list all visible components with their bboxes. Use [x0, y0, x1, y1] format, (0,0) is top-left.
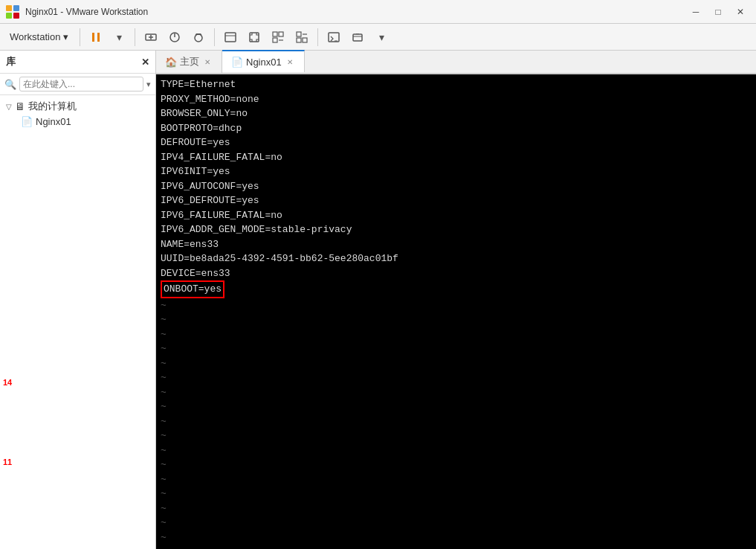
svg-rect-13 [273, 38, 277, 42]
svg-point-8 [195, 34, 202, 42]
svg-rect-4 [92, 33, 94, 42]
window-controls: ─ □ ✕ [686, 4, 750, 19]
line-marker-11: 11 [1, 458, 13, 466]
window-title: Nginx01 - VMware Workstation [25, 7, 680, 17]
terminal-line: ~ [161, 312, 752, 327]
app-icon [6, 5, 19, 19]
vm-icon: 📄 [21, 116, 33, 127]
power-button[interactable] [164, 27, 186, 48]
sidebar: 库 ✕ 🔍 ▾ ▽ 🖥 我的计算机 📄 Nginx01 14 11 [0, 51, 156, 549]
terminal-line: ~ [161, 472, 752, 487]
svg-rect-9 [225, 33, 236, 42]
minimize-button[interactable]: ─ [686, 4, 705, 19]
menu-separator-3 [214, 28, 215, 46]
terminal-line: DEFROUTE=yes [161, 135, 752, 150]
menu-separator-4 [317, 28, 318, 46]
pause-button[interactable] [85, 27, 107, 48]
terminal-line: UUID=be8ada25-4392-4591-bb62-5ee280ac01b… [161, 251, 752, 266]
terminal-line: ~ [161, 356, 752, 371]
terminal-line: IPV6_AUTOCONF=yes [161, 179, 752, 194]
sidebar-item-nginx01[interactable]: 📄 Nginx01 [0, 115, 155, 129]
window-button[interactable] [346, 27, 369, 48]
sidebar-search-bar: 🔍 ▾ [0, 74, 155, 95]
nginx01-label: Nginx01 [36, 116, 71, 127]
send-ctrl-alt-del-button[interactable] [140, 27, 162, 48]
pause-dropdown-button[interactable]: ▾ [108, 27, 130, 48]
terminal-line: PROXY_METHOD=none [161, 92, 752, 107]
search-icon: 🔍 [4, 79, 16, 90]
main-layout: 库 ✕ 🔍 ▾ ▽ 🖥 我的计算机 📄 Nginx01 14 11 [0, 51, 756, 549]
sidebar-close-button[interactable]: ✕ [141, 57, 149, 68]
close-button[interactable]: ✕ [731, 4, 750, 19]
svg-rect-15 [297, 32, 301, 36]
tab-home[interactable]: 🏠 主页 ✕ [156, 51, 222, 73]
svg-rect-19 [329, 33, 339, 42]
terminal-line: ~ [161, 341, 752, 356]
terminal-line: ~ [161, 385, 752, 400]
my-computer-label: 我的计算机 [28, 100, 77, 113]
tab-nginx01[interactable]: 📄 Nginx01 ✕ [222, 50, 305, 72]
maximize-button[interactable]: □ [708, 4, 728, 19]
sidebar-header: 库 ✕ [0, 51, 155, 74]
terminal-button[interactable] [323, 27, 345, 48]
terminal-line: ONBOOT=yes [161, 280, 752, 298]
unity-button[interactable] [267, 27, 289, 48]
svg-rect-1 [13, 5, 19, 11]
line-marker-14: 14 [1, 378, 13, 387]
titlebar: Nginx01 - VMware Workstation ─ □ ✕ [0, 0, 756, 24]
home-tab-close[interactable]: ✕ [202, 57, 213, 67]
workstation-dropdown-icon: ▾ [63, 31, 68, 42]
terminal-line: ~ [161, 399, 752, 414]
terminal-line: ~ [161, 516, 752, 530]
workstation-label: Workstation [10, 31, 60, 42]
svg-rect-16 [297, 38, 301, 42]
menubar: Workstation ▾ ▾ ▾ [0, 24, 756, 51]
terminal-line: BROWSER_ONLY=no [161, 106, 752, 121]
svg-rect-2 [6, 13, 12, 19]
toolbar-group-pause: ▾ [85, 27, 130, 48]
home-tab-icon: 🏠 [165, 57, 177, 68]
terminal-line: ~ [161, 545, 752, 549]
terminal-line: ~ [161, 530, 752, 545]
window-dropdown-button[interactable]: ▾ [370, 27, 392, 48]
terminal[interactable]: TYPE=EthernetPROXY_METHOD=noneBROWSER_ON… [156, 74, 756, 549]
terminal-line: TYPE=Ethernet [161, 77, 752, 92]
tabs-bar: 🏠 主页 ✕ 📄 Nginx01 ✕ [156, 51, 756, 74]
svg-rect-3 [13, 13, 19, 19]
terminal-line: BOOTPROTO=dhcp [161, 121, 752, 136]
terminal-line: ~ [161, 458, 752, 472]
svg-rect-10 [250, 33, 259, 42]
svg-rect-20 [353, 34, 362, 41]
terminal-line: ~ [161, 443, 752, 458]
view-button[interactable] [219, 27, 242, 48]
fullscreen-button[interactable] [243, 27, 265, 48]
terminal-line: NAME=ens33 [161, 237, 752, 252]
workstation-menu[interactable]: Workstation ▾ [3, 28, 75, 46]
snapshot-button[interactable] [187, 27, 210, 48]
svg-rect-17 [303, 38, 307, 42]
search-dropdown-icon[interactable]: ▾ [146, 80, 151, 89]
menu-separator-1 [80, 28, 80, 46]
terminal-line: ~ [161, 327, 752, 342]
terminal-line: DEVICE=ens33 [161, 266, 752, 281]
svg-rect-11 [273, 32, 277, 36]
sidebar-tree: ▽ 🖥 我的计算机 📄 Nginx01 [0, 95, 155, 549]
nginx01-tab-close[interactable]: ✕ [285, 57, 295, 67]
sidebar-header-label: 库 [6, 55, 16, 68]
terminal-line: IPV6INIT=yes [161, 164, 752, 179]
terminal-line: ~ [161, 414, 752, 429]
terminal-line: ~ [161, 501, 752, 516]
terminal-line: IPV6_ADDR_GEN_MODE=stable-privacy [161, 222, 752, 237]
content-area: 🏠 主页 ✕ 📄 Nginx01 ✕ TYPE=EthernetPROXY_ME… [156, 51, 756, 549]
nginx01-tab-label: Nginx01 [246, 57, 282, 68]
search-input[interactable] [19, 77, 143, 92]
sidebar-item-my-computer[interactable]: ▽ 🖥 我的计算机 [0, 98, 155, 115]
adjust-button[interactable] [291, 27, 313, 48]
computer-icon: 🖥 [15, 100, 25, 112]
terminal-line: IPV4_FAILURE_FATAL=no [161, 150, 752, 165]
terminal-line: ~ [161, 370, 752, 385]
menu-separator-2 [135, 28, 135, 46]
svg-rect-0 [6, 5, 12, 11]
svg-rect-5 [97, 33, 100, 42]
nginx01-tab-icon: 📄 [231, 57, 243, 68]
